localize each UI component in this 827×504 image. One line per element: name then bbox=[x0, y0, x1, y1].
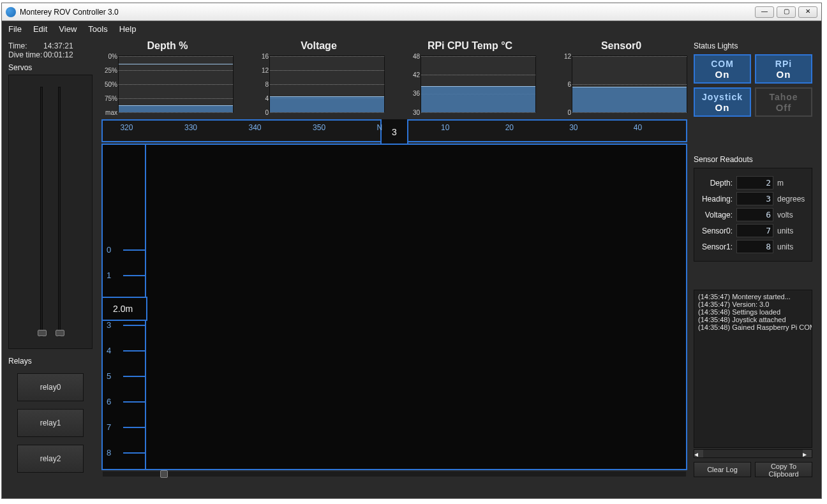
relay2-button[interactable]: relay2 bbox=[17, 445, 84, 473]
sensor-value-3[interactable] bbox=[736, 224, 773, 237]
servo-slider-0[interactable] bbox=[40, 87, 43, 337]
status-joystick[interactable]: JoystickOn bbox=[694, 87, 751, 117]
time-pane: Time:14:37:21 Dive time:00:01:12 bbox=[8, 41, 93, 59]
scroll-right-icon[interactable]: ▸ bbox=[803, 450, 812, 457]
relays-title: Relays bbox=[8, 357, 93, 366]
sensor-value-0[interactable] bbox=[736, 176, 773, 189]
sensors-title: Sensor Readouts bbox=[694, 155, 812, 164]
dive-time-value: 00:01:12 bbox=[43, 50, 73, 59]
status-rpi[interactable]: RPiOn bbox=[755, 54, 812, 84]
app-icon bbox=[6, 7, 16, 17]
close-button[interactable]: ✕ bbox=[798, 6, 817, 18]
menu-view[interactable]: View bbox=[59, 24, 77, 34]
servo-slider-1[interactable] bbox=[58, 87, 61, 337]
menu-tools[interactable]: Tools bbox=[88, 24, 107, 34]
app-window: Monterey ROV Controller 3.0 — ▢ ✕ File E… bbox=[1, 3, 822, 499]
time-value: 14:37:21 bbox=[43, 41, 73, 50]
menu-file[interactable]: File bbox=[8, 24, 22, 34]
copy-log-button[interactable]: Copy To Clipboard bbox=[755, 462, 812, 477]
servos-title: Servos bbox=[8, 63, 93, 72]
clear-log-button[interactable]: Clear Log bbox=[694, 462, 751, 477]
menubar: File Edit View Tools Help bbox=[2, 21, 821, 36]
sensor-row-0: Depth:m bbox=[699, 176, 807, 189]
scroll-left-icon[interactable]: ◂ bbox=[694, 450, 703, 457]
chart-0: Depth %0%25%50%75%max bbox=[101, 40, 234, 113]
relay0-button[interactable]: relay0 bbox=[17, 373, 84, 401]
servos-panel bbox=[8, 75, 93, 349]
compass-needle: 3 bbox=[380, 119, 408, 145]
status-title: Status Lights bbox=[694, 41, 812, 50]
menu-help[interactable]: Help bbox=[119, 24, 137, 34]
titlebar: Monterey ROV Controller 3.0 — ▢ ✕ bbox=[2, 3, 821, 21]
chart-2: RPi CPU Temp °C48423630 bbox=[404, 40, 536, 113]
sensor-value-1[interactable] bbox=[736, 192, 773, 205]
status-com[interactable]: COMOn bbox=[694, 54, 751, 84]
relay1-button[interactable]: relay1 bbox=[17, 409, 84, 437]
sensor-row-1: Heading:degrees bbox=[699, 192, 807, 205]
minimize-button[interactable]: — bbox=[755, 6, 774, 18]
log-output[interactable]: (14:35:47) Monterey started...(14:35:47)… bbox=[694, 290, 812, 448]
sensor-row-2: Voltage:volts bbox=[699, 208, 807, 221]
maximize-button[interactable]: ▢ bbox=[777, 6, 796, 18]
sensor-row-3: Sensor0:units bbox=[699, 224, 807, 237]
compass-strip: 3 320330340350N10203040 bbox=[101, 119, 687, 142]
depth-current: 2.0m bbox=[103, 297, 147, 321]
chart-3: Sensor01260 bbox=[555, 40, 687, 113]
menu-edit[interactable]: Edit bbox=[33, 24, 47, 34]
log-scrollbar[interactable]: ◂ ▸ bbox=[694, 449, 812, 458]
viewport-scroll[interactable] bbox=[103, 471, 686, 477]
sensor-row-4: Sensor1:units bbox=[699, 240, 807, 253]
window-title: Monterey ROV Controller 3.0 bbox=[20, 8, 755, 17]
sensor-value-2[interactable] bbox=[736, 208, 773, 221]
status-tahoe[interactable]: TahoeOff bbox=[755, 87, 812, 117]
sensor-value-4[interactable] bbox=[736, 240, 773, 253]
main-viewport[interactable]: 2.0m 01345678 bbox=[101, 144, 687, 470]
depth-ruler: 2.0m 01345678 bbox=[103, 145, 146, 469]
chart-1: Voltage1612840 bbox=[253, 40, 385, 113]
